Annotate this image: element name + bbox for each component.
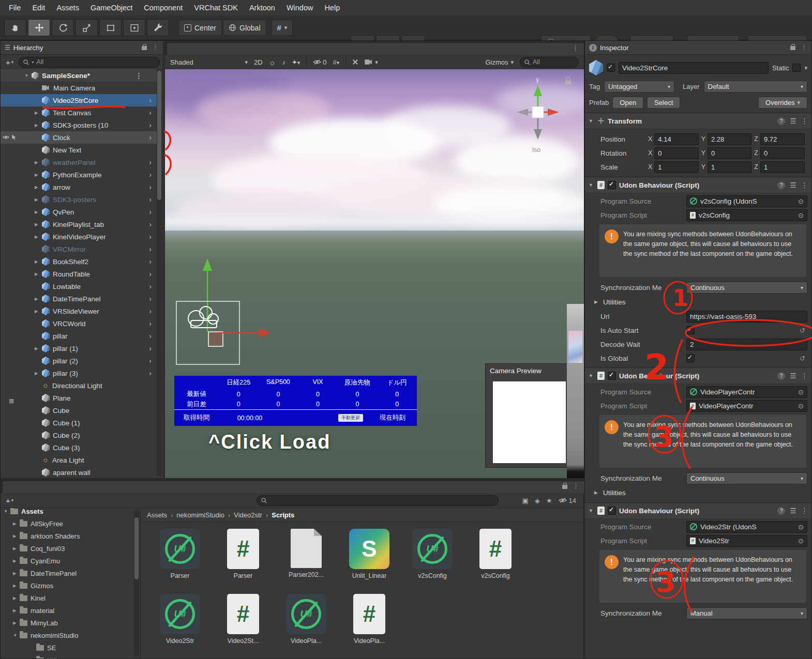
hierarchy-item[interactable]: PythonExample — [1, 168, 157, 181]
prefab-chevron-icon[interactable] — [149, 332, 152, 340]
prefab-chevron-icon[interactable] — [149, 121, 152, 129]
prefab-chevron-icon[interactable] — [149, 109, 152, 117]
z-field[interactable]: 1 — [760, 161, 805, 173]
hierarchy-item[interactable]: Clock — [1, 131, 157, 144]
program-source-field[interactable]: VideoPlayerContr — [686, 386, 807, 398]
expand-arrow-icon[interactable] — [4, 509, 10, 514]
menu-item[interactable]: Component — [138, 4, 188, 12]
revert-icon[interactable] — [800, 355, 807, 362]
expand-arrow-icon[interactable] — [35, 284, 42, 289]
scale-tool-button[interactable] — [76, 19, 98, 36]
menu-dots-icon[interactable] — [152, 43, 159, 51]
custom-tool-button[interactable] — [147, 19, 169, 36]
presets-icon[interactable] — [790, 117, 796, 125]
component-enabled-checkbox[interactable] — [608, 507, 616, 515]
prefab-chevron-icon[interactable] — [149, 183, 152, 191]
axis-orientation-gizmo[interactable]: y x Iso — [509, 73, 577, 156]
menu-dots-icon[interactable] — [573, 482, 579, 489]
asset-item[interactable]: v2sConfig — [471, 529, 520, 579]
hierarchy-item[interactable]: pillar (2) — [1, 355, 157, 367]
projection-label[interactable]: Iso — [532, 146, 540, 154]
expand-arrow-icon[interactable] — [35, 309, 42, 314]
program-script-field[interactable]: v2sConfig — [686, 209, 807, 221]
component-tools-icon[interactable] — [352, 59, 358, 65]
hierarchy-item[interactable]: Test Canvas — [1, 106, 157, 119]
x-field[interactable]: 4.14 — [654, 133, 698, 145]
rect-tool-button[interactable] — [99, 19, 122, 36]
expand-arrow-icon[interactable] — [35, 160, 42, 165]
static-checkbox[interactable] — [792, 64, 801, 72]
search-by-type-icon[interactable] — [522, 497, 529, 504]
asset-item[interactable]: VideoPla... — [281, 594, 331, 645]
menu-item[interactable]: Window — [281, 4, 319, 12]
prefab-chevron-icon[interactable] — [149, 307, 152, 315]
expand-arrow-icon[interactable] — [35, 383, 42, 388]
prefab-chevron-icon[interactable] — [149, 257, 152, 266]
expand-arrow-icon[interactable] — [13, 533, 20, 539]
asset-item[interactable]: Parser — [218, 529, 268, 579]
expand-arrow-icon[interactable] — [35, 185, 42, 190]
menu-item[interactable]: File — [3, 4, 26, 12]
is-auto-start-checkbox[interactable] — [686, 326, 695, 334]
program-script-field[interactable]: VideoPlayerContr — [686, 400, 807, 412]
menu-item[interactable]: GameObject — [85, 4, 138, 12]
tab-hierarchy[interactable]: Hierarchy — [5, 44, 43, 52]
y-field[interactable]: 0 — [708, 147, 751, 159]
menu-item[interactable]: Edit — [26, 4, 51, 12]
foldout-arrow-icon[interactable] — [24, 73, 32, 78]
expand-arrow-icon[interactable] — [35, 147, 42, 152]
menu-dots-icon[interactable] — [801, 117, 808, 125]
help-icon[interactable] — [777, 117, 785, 125]
asset-item[interactable]: VideoPla... — [344, 594, 394, 645]
move-tool-button[interactable] — [28, 19, 50, 36]
utilities-foldout[interactable]: ▶Utilities — [585, 486, 811, 499]
view-tab[interactable]: Scene — [167, 42, 584, 55]
folder-item[interactable]: Gizmos — [1, 579, 140, 592]
folder-item[interactable]: MimyLab — [1, 617, 140, 629]
component-enabled-checkbox[interactable] — [608, 181, 616, 189]
hierarchy-search-input[interactable]: All — [19, 57, 160, 68]
prefab-chevron-icon[interactable] — [149, 133, 152, 142]
hierarchy-item[interactable]: QvPen — [1, 206, 157, 218]
url-field[interactable]: https://vast-oasis-593 — [686, 311, 807, 323]
expand-arrow-icon[interactable] — [35, 247, 42, 252]
expand-arrow-icon[interactable] — [29, 645, 36, 650]
foldout-icon[interactable]: ▼ — [589, 373, 594, 378]
folder-item[interactable]: CyanEmu — [1, 555, 140, 567]
asset-item[interactable]: Video2Str — [155, 594, 205, 645]
expand-arrow-icon[interactable] — [35, 98, 42, 103]
prefab-open-button[interactable]: Open — [612, 97, 643, 109]
scrollbar-thumb[interactable] — [134, 517, 139, 579]
menu-item[interactable]: Help — [319, 4, 345, 12]
expand-arrow-icon[interactable] — [35, 259, 42, 264]
prefab-chevron-icon[interactable] — [149, 357, 152, 365]
expand-arrow-icon[interactable] — [35, 85, 42, 90]
utilities-foldout[interactable]: ▶Utilities — [585, 295, 811, 309]
menu-item[interactable]: Arktoon — [244, 4, 281, 12]
asset-item[interactable]: Video2St... — [218, 594, 268, 645]
expand-arrow-icon[interactable] — [29, 657, 36, 658]
lock-icon[interactable] — [562, 485, 567, 489]
prefab-chevron-icon[interactable] — [149, 195, 152, 204]
help-icon[interactable] — [777, 181, 785, 189]
help-icon[interactable] — [777, 372, 785, 380]
panel-tab[interactable]: Project — [2, 481, 624, 493]
object-picker-icon[interactable] — [795, 537, 804, 545]
sync-method-dropdown[interactable]: Manual — [686, 607, 807, 619]
transform-tool-button[interactable] — [123, 19, 145, 36]
x-field[interactable]: 1 — [654, 161, 698, 173]
udon-behaviour-1-header[interactable]: ▼ # Udon Behaviour (Script) — [585, 177, 811, 193]
breadcrumb-item[interactable]: Video2str — [234, 511, 272, 519]
expand-arrow-icon[interactable] — [13, 521, 20, 526]
y-field[interactable]: 1 — [708, 161, 751, 173]
object-picker-icon[interactable] — [795, 402, 804, 410]
prefab-chevron-icon[interactable] — [149, 158, 152, 166]
hierarchy-item[interactable]: DateTimePanel — [1, 293, 157, 305]
menu-dots-icon[interactable] — [801, 43, 807, 51]
is-global-checkbox[interactable] — [686, 354, 695, 362]
expand-arrow-icon[interactable] — [35, 110, 42, 115]
foldout-icon[interactable]: ▼ — [589, 508, 594, 513]
expand-arrow-icon[interactable] — [13, 595, 20, 601]
z-field[interactable]: 0 — [760, 147, 805, 159]
prefab-chevron-icon[interactable] — [149, 369, 152, 377]
